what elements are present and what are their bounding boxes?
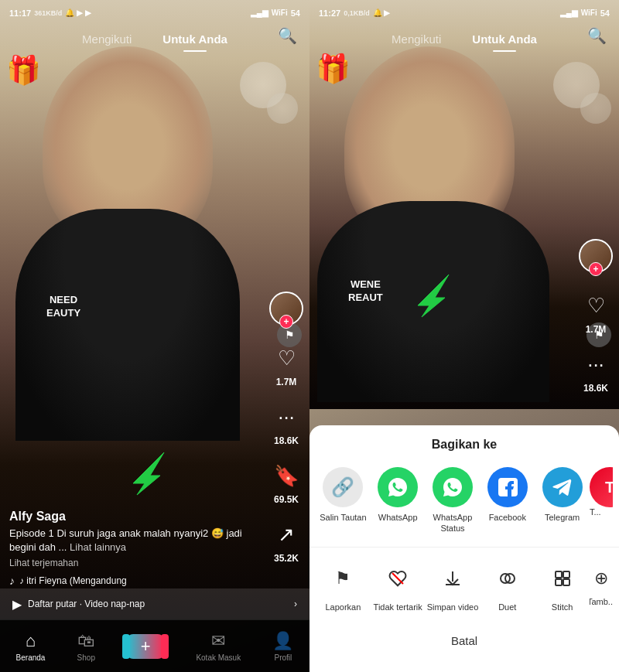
username-left: Alfy Saga [9, 510, 259, 524]
action-not-interested[interactable]: Tidak tertarik [371, 560, 426, 612]
nav-home-label-left: Beranda [16, 653, 46, 662]
action-stitch[interactable]: Stitch [535, 560, 590, 612]
svg-rect-6 [563, 579, 569, 585]
battery-left: 54 [291, 9, 300, 18]
green-arrow-right [402, 263, 460, 324]
tab-untuk-anda-right[interactable]: Untuk Anda [457, 28, 552, 50]
nav-shop-label-left: Shop [77, 653, 95, 662]
stitch-icon [544, 560, 581, 597]
bookmark-button-left[interactable]: 🔖 69.5K [269, 459, 303, 505]
share-button-left[interactable]: ↗ 35.2K [269, 517, 303, 564]
person-body [15, 209, 240, 441]
playlist-bar-left[interactable]: ▶ Daftar putar · Video nap-nap › [0, 588, 310, 619]
data-left: 361KB/d [34, 9, 62, 17]
share-whatsapp[interactable]: WhatsApp [371, 467, 426, 523]
comment-button-left[interactable]: ··· 18.6K [269, 400, 303, 446]
partial-action-icon: ⊕ [590, 560, 613, 597]
facebook-label: Facebook [489, 512, 526, 523]
tab-mengikuti-left[interactable]: Mengikuti [67, 28, 147, 50]
svg-rect-4 [563, 571, 569, 578]
description-left: Episode 1 Di suruh jaga anak malah nyany… [9, 527, 259, 554]
nav-shop-left[interactable]: 🛍 Shop [77, 631, 95, 662]
duet-label: Duet [498, 602, 516, 612]
share-count-left: 35.2K [274, 553, 299, 564]
nav-profile-label-left: Profil [274, 653, 292, 662]
action-save-video[interactable]: Simpan video [426, 560, 480, 612]
tab-untuk-anda-left[interactable]: Untuk Anda [147, 28, 243, 50]
status-bar-left: 11:17 361KB/d 🔔 ▶ ▶ ▂▄▆ WiFi 54 [0, 0, 310, 22]
inbox-icon-left: ✉ [211, 631, 225, 651]
whatsapp-icon [378, 467, 418, 507]
heart-icon-right: ♡ [579, 288, 613, 322]
svg-rect-5 [556, 579, 562, 585]
bookmark-count-left: 69.5K [274, 494, 299, 505]
like-count-right: 1.7M [586, 324, 607, 335]
save-video-label: Simpan video [427, 602, 479, 612]
playlist-arrow-left: › [294, 599, 297, 609]
follow-plus-left[interactable]: + [279, 315, 293, 329]
left-phone: NEED EAUTY 11:17 361KB/d 🔔 ▶ ▶ ▂▄▆ WiFi … [0, 0, 310, 672]
share-facebook[interactable]: Facebook [480, 467, 535, 523]
share-sheet: Bagikan ke 🔗 Salin Tautan WhatsApp [310, 425, 619, 672]
see-more-left[interactable]: Lihat lainnya [70, 541, 126, 553]
share-whatsapp-status[interactable]: WhatsApp Status [426, 467, 480, 534]
action-duet[interactable]: Duet [480, 560, 535, 612]
wifi-right: WiFi [581, 9, 597, 17]
whatsapp-label: WhatsApp [378, 512, 418, 523]
nav-profile-left[interactable]: 👤 Profil [272, 631, 293, 662]
comment-button-right[interactable]: ··· 18.6K [579, 347, 613, 394]
plus-button-left[interactable]: + [127, 634, 164, 659]
not-interested-icon [379, 560, 416, 597]
home-icon-left: ⌂ [26, 631, 36, 651]
comment-count-left: 18.6K [274, 435, 299, 446]
data-right: 0,1KB/d [344, 9, 370, 17]
not-interested-label: Tidak tertarik [374, 602, 422, 612]
like-button-right[interactable]: ♡ 1.7M [579, 288, 613, 335]
nav-add-left[interactable]: + [127, 634, 164, 659]
green-arrow-left [118, 441, 176, 502]
nav-inbox-left[interactable]: ✉ Kotak Masuk [196, 631, 241, 662]
like-button-left[interactable]: ♡ 1.7M [269, 341, 303, 387]
share-copy-link[interactable]: 🔗 Salin Tautan [316, 467, 371, 523]
action-report[interactable]: ⚑ Laporkan [316, 560, 371, 612]
share-row: 🔗 Salin Tautan WhatsApp W [310, 467, 619, 534]
copy-link-icon: 🔗 [323, 467, 363, 507]
cancel-button[interactable]: Batal [310, 625, 619, 657]
icons-right: 🔔 ▶ [373, 9, 391, 17]
nav-home-left[interactable]: ⌂ Beranda [16, 631, 46, 662]
share-title: Bagikan ke [310, 438, 619, 452]
action-partial: ⊕ Tamb... [590, 560, 613, 606]
partial-circle-icon: T [590, 467, 613, 507]
duet-icon [489, 560, 526, 597]
whatsapp-status-label: WhatsApp Status [426, 512, 480, 534]
translation-left[interactable]: Lihat terjemahan [9, 558, 259, 568]
signal-right: ▂▄▆ [560, 9, 578, 17]
svg-rect-3 [556, 571, 562, 578]
tab-mengikuti-right[interactable]: Mengikuti [376, 28, 457, 50]
nav-tabs-right: Mengikuti Untuk Anda [310, 23, 619, 54]
search-icon-right[interactable]: 🔍 [587, 26, 607, 45]
follow-plus-right[interactable]: + [589, 262, 603, 276]
wifi-left: WiFi [272, 9, 288, 17]
bookmark-icon-left: 🔖 [269, 459, 303, 493]
status-bar-right: 11:27 0,1KB/d 🔔 ▶ ▂▄▆ WiFi 54 [310, 0, 619, 22]
right-actions-right: + ♡ 1.7M ··· 18.6K [579, 239, 613, 394]
comment-icon-left: ··· [269, 400, 303, 434]
avatar-container-right[interactable]: + [579, 239, 613, 273]
report-label: Laporkan [325, 602, 361, 612]
save-icon [434, 560, 471, 597]
avatar-container-left[interactable]: + [269, 292, 303, 326]
time-right: 11:27 [319, 9, 340, 18]
whatsapp-status-icon [433, 467, 473, 507]
action-row: ⚑ Laporkan Tidak tertarik [310, 547, 619, 612]
search-icon-left[interactable]: 🔍 [278, 26, 297, 45]
right-phone: WENE REAUT 11:27 0,1KB/d 🔔 ▶ ▂▄▆ WiFi 54… [310, 0, 619, 672]
share-icon-left: ↗ [269, 517, 303, 551]
telegram-icon [542, 467, 583, 507]
gift-icon-right: 🎁 [316, 53, 351, 85]
heart-icon-left: ♡ [269, 341, 303, 375]
facebook-icon [487, 467, 528, 507]
share-telegram[interactable]: Telegram [535, 467, 590, 523]
comment-icon-right: ··· [579, 347, 613, 381]
gift-icon-left: 🎁 [6, 54, 41, 87]
